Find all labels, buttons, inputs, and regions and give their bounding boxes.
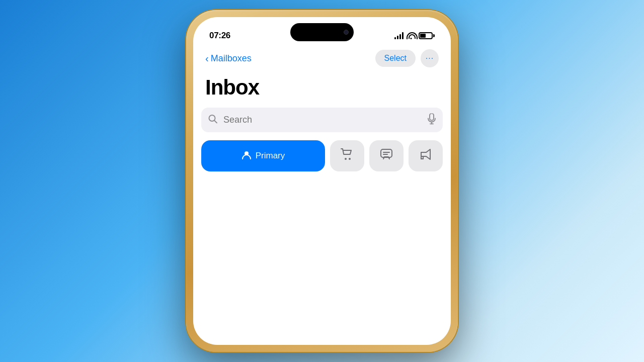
status-bar: 07:26 — [193, 17, 451, 45]
search-icon — [208, 114, 217, 126]
primary-tab-label: Primary — [256, 151, 285, 161]
svg-line-1 — [214, 120, 217, 123]
megaphone-icon — [419, 148, 432, 163]
svg-rect-8 — [381, 149, 392, 157]
primary-tab[interactable]: Primary — [201, 140, 325, 171]
microphone-icon[interactable] — [428, 113, 436, 127]
ellipsis-icon: ··· — [426, 54, 434, 63]
wifi-icon — [407, 32, 416, 39]
status-time: 07:26 — [209, 31, 230, 41]
promotions-tab[interactable] — [409, 140, 443, 171]
message-icon — [380, 149, 392, 163]
search-container — [201, 108, 443, 132]
more-button[interactable]: ··· — [421, 49, 439, 67]
camera-dot — [344, 30, 349, 35]
svg-rect-2 — [430, 113, 434, 120]
svg-point-7 — [349, 158, 351, 160]
select-button[interactable]: Select — [375, 50, 416, 67]
nav-bar: ‹ Mailboxes Select ··· — [193, 45, 451, 71]
svg-point-6 — [345, 158, 347, 160]
page-title: Inbox — [193, 71, 451, 108]
person-icon — [242, 150, 252, 162]
back-label: Mailboxes — [211, 53, 252, 64]
signal-bars-icon — [394, 32, 404, 39]
status-icons — [394, 32, 435, 39]
nav-actions: Select ··· — [375, 49, 439, 67]
filter-tabs: Primary — [193, 140, 451, 171]
phone-screen: 07:26 — [193, 17, 451, 345]
transactions-tab[interactable] — [330, 140, 364, 171]
chevron-left-icon: ‹ — [205, 53, 209, 63]
search-input[interactable] — [201, 108, 443, 132]
battery-icon — [419, 32, 435, 39]
dynamic-island — [290, 23, 354, 41]
cart-icon — [341, 148, 354, 163]
back-button[interactable]: ‹ Mailboxes — [205, 53, 252, 64]
updates-tab[interactable] — [369, 140, 404, 171]
phone-frame: 07:26 — [186, 10, 458, 352]
